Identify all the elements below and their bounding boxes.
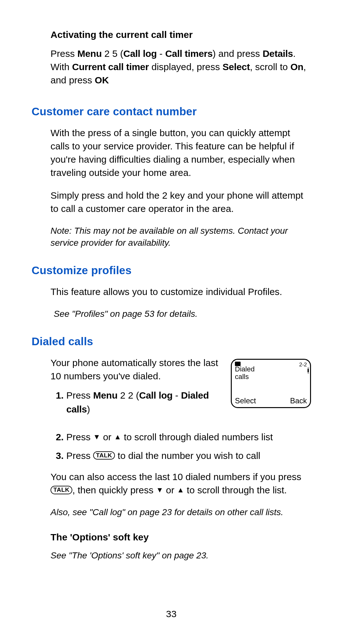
text: Press — [66, 450, 93, 461]
step-3: Press TALK to dial the number you wish t… — [66, 449, 311, 463]
text: to scroll through the list. — [184, 485, 287, 495]
heading-dialed-calls: Dialed calls — [32, 334, 311, 349]
text: , then quickly press — [72, 485, 156, 495]
note-dialed: Also, see "Call log" on page 23 for deta… — [51, 506, 311, 518]
manual-page: Activating the current call timer Press … — [0, 0, 341, 644]
down-arrow-icon: ▼ — [93, 432, 100, 442]
text: to scroll through dialed numbers list — [121, 432, 273, 442]
screen-title: Dialedcalls — [235, 365, 254, 381]
down-arrow-icon: ▼ — [156, 485, 163, 495]
phone-screen-illustration: Dialedcalls 2-2 Select Back — [231, 359, 311, 408]
screen-index: 2-2 — [299, 362, 307, 368]
step-2: Press ▼ or ▲ to scroll through dialed nu… — [66, 430, 311, 444]
ok-key: OK — [95, 75, 109, 85]
talk-key-icon: TALK — [51, 486, 72, 494]
sub-heading-call-timer: Activating the current call timer — [51, 28, 311, 41]
paragraph-dialed-alt: You can also access the last 10 dialed n… — [51, 470, 311, 497]
call-log-label: Call log — [123, 48, 157, 59]
note-customer: Note: This may not be available on all s… — [51, 225, 311, 249]
menu-key: Menu — [77, 48, 102, 59]
up-arrow-icon: ▲ — [114, 432, 121, 442]
scrollbar-icon — [308, 369, 309, 372]
text: ) — [87, 404, 90, 414]
text: 2 2 ( — [117, 390, 139, 400]
select-key: Select — [223, 62, 250, 72]
text: 2 5 ( — [102, 48, 123, 59]
text: ) and press — [212, 48, 262, 59]
text: Press — [51, 48, 77, 59]
heading-customize-profiles: Customize profiles — [32, 263, 311, 278]
text: Press — [66, 390, 93, 400]
note-options: See "The 'Options' soft key" on page 23. — [51, 550, 311, 562]
text: Press — [66, 432, 93, 442]
note-customize: See "Profiles" on page 53 for details. — [54, 308, 311, 320]
paragraph-call-timer: Press Menu 2 5 (Call log - Call timers) … — [51, 47, 311, 87]
softkey-right: Back — [290, 396, 307, 405]
text: - — [173, 390, 181, 400]
current-call-timer-label: Current call timer — [72, 62, 149, 72]
text: or — [100, 432, 114, 442]
on-option: On — [290, 62, 303, 72]
menu-key: Menu — [93, 390, 117, 400]
dialed-steps-continued: Press ▼ or ▲ to scroll through dialed nu… — [51, 430, 311, 462]
paragraph-customer-2: Simply press and hold the 2 key and your… — [51, 189, 311, 215]
text: to dial the number you wish to call — [115, 450, 260, 461]
text: You can also access the last 10 dialed n… — [51, 472, 301, 482]
paragraph-customize: This feature allows you to customize ind… — [51, 285, 311, 298]
up-arrow-icon: ▲ — [177, 485, 184, 495]
text: displayed, press — [149, 62, 222, 72]
text: - — [157, 48, 165, 59]
call-log-label: Call log — [139, 390, 173, 400]
dialed-intro-block: Dialedcalls 2-2 Select Back Your phone a… — [51, 356, 311, 424]
sub-heading-options-key: The 'Options' soft key — [51, 531, 311, 544]
call-timers-label: Call timers — [165, 48, 212, 59]
paragraph-customer-1: With the press of a single button, you c… — [51, 126, 311, 179]
text: , scroll to — [250, 62, 290, 72]
page-number: 33 — [32, 609, 311, 619]
details-key: Details — [263, 48, 293, 59]
softkey-left: Select — [235, 396, 256, 405]
heading-customer-care: Customer care contact number — [32, 104, 311, 119]
text: or — [163, 485, 177, 495]
talk-key-icon: TALK — [93, 451, 115, 460]
